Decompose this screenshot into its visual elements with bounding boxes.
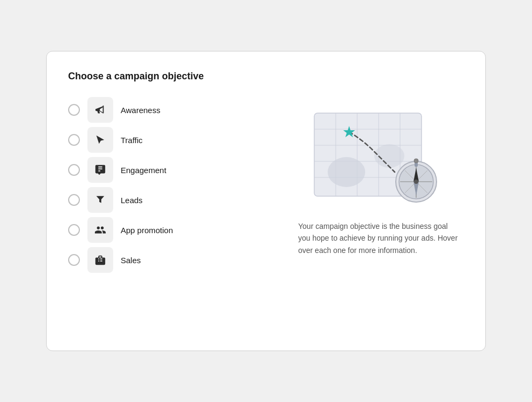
radio-engagement[interactable] xyxy=(68,164,80,176)
option-row-engagement[interactable]: Engagement xyxy=(68,157,272,183)
option-label-sales: Sales xyxy=(121,256,141,265)
radio-awareness[interactable] xyxy=(68,104,80,116)
svg-point-22 xyxy=(414,159,418,163)
radio-sales[interactable] xyxy=(68,254,80,266)
icon-box-engagement xyxy=(87,157,113,183)
icon-box-app-promotion xyxy=(87,217,113,243)
svg-point-20 xyxy=(414,180,418,184)
icon-box-sales xyxy=(87,247,113,273)
icon-box-awareness xyxy=(87,97,113,123)
option-label-leads: Leads xyxy=(121,196,143,205)
options-list: AwarenessTrafficEngagementLeadsApp promo… xyxy=(68,97,272,273)
option-row-sales[interactable]: Sales xyxy=(68,247,272,273)
card-body: AwarenessTrafficEngagementLeadsApp promo… xyxy=(68,97,464,273)
radio-leads[interactable] xyxy=(68,194,80,206)
option-row-awareness[interactable]: Awareness xyxy=(68,97,272,123)
campaign-illustration xyxy=(304,102,454,210)
card-title: Choose a campaign objective xyxy=(68,71,464,82)
description-text: Your campaign objective is the business … xyxy=(298,220,459,256)
svg-point-9 xyxy=(328,157,365,187)
option-label-engagement: Engagement xyxy=(121,166,166,175)
radio-app-promotion[interactable] xyxy=(68,224,80,236)
option-row-traffic[interactable]: Traffic xyxy=(68,127,272,153)
right-panel: Your campaign objective is the business … xyxy=(272,97,464,273)
option-label-traffic: Traffic xyxy=(121,136,143,145)
option-row-leads[interactable]: Leads xyxy=(68,187,272,213)
campaign-objective-card: Choose a campaign objective AwarenessTra… xyxy=(46,51,486,351)
icon-box-leads xyxy=(87,187,113,213)
icon-box-traffic xyxy=(87,127,113,153)
option-label-awareness: Awareness xyxy=(121,106,160,115)
option-label-app-promotion: App promotion xyxy=(121,226,173,235)
option-row-app-promotion[interactable]: App promotion xyxy=(68,217,272,243)
radio-traffic[interactable] xyxy=(68,134,80,146)
